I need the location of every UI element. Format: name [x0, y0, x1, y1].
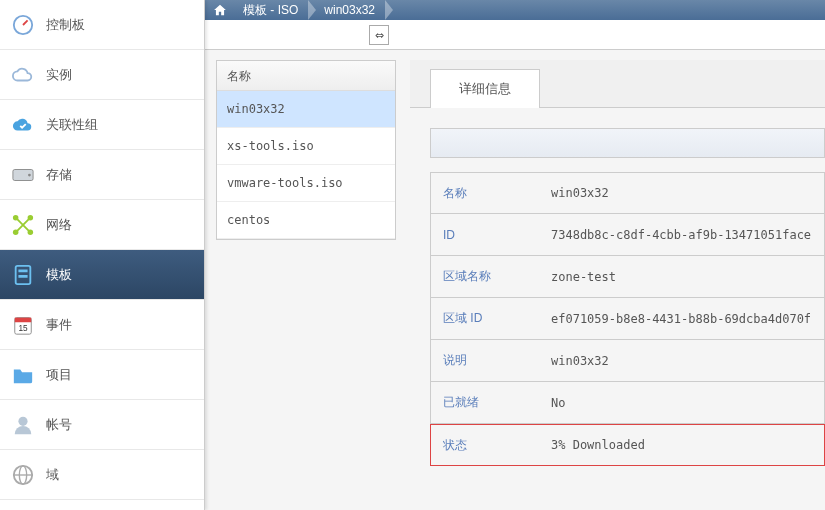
sidebar-item-label: 实例 [46, 66, 72, 84]
detail-value: win03x32 [551, 186, 609, 200]
breadcrumb: 模板 - ISO win03x32 [205, 0, 825, 20]
list-panel: 名称 win03x32 xs-tools.iso vmware-tools.is… [216, 60, 396, 240]
tab-bar: 详细信息 [410, 60, 825, 108]
detail-label: 区域名称 [431, 268, 551, 285]
list-item[interactable]: centos [217, 202, 395, 239]
breadcrumb-seg-1[interactable]: 模板 - ISO [235, 0, 316, 20]
sidebar-item-storage[interactable]: 存储 [0, 150, 204, 200]
detail-row-ready: 已就绪 No [430, 382, 825, 424]
filter-row [430, 128, 825, 158]
sidebar-item-events[interactable]: 15 事件 [0, 300, 204, 350]
sidebar-item-domains[interactable]: 域 [0, 450, 204, 500]
detail-value: ef071059-b8e8-4431-b88b-69dcba4d070f [551, 312, 811, 326]
sidebar-item-label: 域 [46, 466, 59, 484]
detail-label: 说明 [431, 352, 551, 369]
detail-label: ID [431, 228, 551, 242]
svg-point-15 [18, 416, 27, 425]
cloud-sync-icon [12, 114, 34, 136]
svg-point-7 [13, 229, 18, 235]
list-item[interactable]: win03x32 [217, 91, 395, 128]
user-icon [12, 414, 34, 436]
detail-table: 名称 win03x32 ID 7348db8c-c8df-4cbb-af9b-1… [430, 172, 825, 466]
sidebar-item-label: 存储 [46, 166, 72, 184]
expand-icon[interactable]: ⇔ [369, 25, 389, 45]
detail-row-desc: 说明 win03x32 [430, 340, 825, 382]
sidebar: 控制板 实例 关联性组 存储 网络 模板 15 事件 项目 帐号 域 [0, 0, 205, 510]
sidebar-item-templates[interactable]: 模板 [0, 250, 204, 300]
home-icon[interactable] [205, 3, 235, 17]
calendar-icon: 15 [12, 314, 34, 336]
sidebar-item-label: 控制板 [46, 16, 85, 34]
detail-value: zone-test [551, 270, 616, 284]
globe-icon [12, 464, 34, 486]
cloud-icon [12, 64, 34, 86]
network-icon [12, 214, 34, 236]
svg-rect-11 [18, 275, 27, 278]
detail-row-zonename: 区域名称 zone-test [430, 256, 825, 298]
sidebar-item-label: 帐号 [46, 416, 72, 434]
sidebar-item-projects[interactable]: 项目 [0, 350, 204, 400]
svg-point-5 [13, 214, 18, 220]
detail-label: 名称 [431, 185, 551, 202]
sidebar-item-label: 项目 [46, 366, 72, 384]
breadcrumb-seg-2[interactable]: win03x32 [316, 0, 393, 20]
detail-label: 区域 ID [431, 310, 551, 327]
svg-point-2 [28, 173, 31, 176]
svg-rect-10 [18, 269, 27, 272]
sidebar-item-label: 模板 [46, 266, 72, 284]
detail-row-name: 名称 win03x32 [430, 172, 825, 214]
detail-value: No [551, 396, 565, 410]
detail-row-zoneid: 区域 ID ef071059-b8e8-4431-b88b-69dcba4d07… [430, 298, 825, 340]
sidebar-item-dashboard[interactable]: 控制板 [0, 0, 204, 50]
svg-point-8 [28, 229, 34, 235]
svg-text:15: 15 [18, 323, 28, 332]
list-item[interactable]: xs-tools.iso [217, 128, 395, 165]
drive-icon [12, 164, 34, 186]
detail-label: 已就绪 [431, 394, 551, 411]
sidebar-item-accounts[interactable]: 帐号 [0, 400, 204, 450]
detail-value: win03x32 [551, 354, 609, 368]
sidebar-item-network[interactable]: 网络 [0, 200, 204, 250]
sidebar-item-affinity[interactable]: 关联性组 [0, 100, 204, 150]
sidebar-item-instances[interactable]: 实例 [0, 50, 204, 100]
detail-row-id: ID 7348db8c-c8df-4cbb-af9b-13471051face [430, 214, 825, 256]
list-header-name[interactable]: 名称 [217, 61, 395, 91]
svg-rect-13 [15, 317, 32, 322]
detail-label: 状态 [431, 437, 551, 454]
sidebar-item-label: 网络 [46, 216, 72, 234]
detail-value: 3% Downloaded [551, 438, 645, 452]
gauge-icon [12, 14, 34, 36]
toolbar: ⇔ [205, 20, 825, 50]
svg-point-6 [28, 214, 34, 220]
template-icon [12, 264, 34, 286]
detail-row-status: 状态 3% Downloaded [430, 424, 825, 466]
sidebar-item-label: 事件 [46, 316, 72, 334]
detail-value: 7348db8c-c8df-4cbb-af9b-13471051face [551, 228, 811, 242]
tab-details[interactable]: 详细信息 [430, 69, 540, 108]
folder-icon [12, 364, 34, 386]
sidebar-item-label: 关联性组 [46, 116, 98, 134]
detail-panel: 详细信息 名称 win03x32 ID 7348db8c-c8df-4cbb-a… [410, 60, 825, 510]
list-item[interactable]: vmware-tools.iso [217, 165, 395, 202]
